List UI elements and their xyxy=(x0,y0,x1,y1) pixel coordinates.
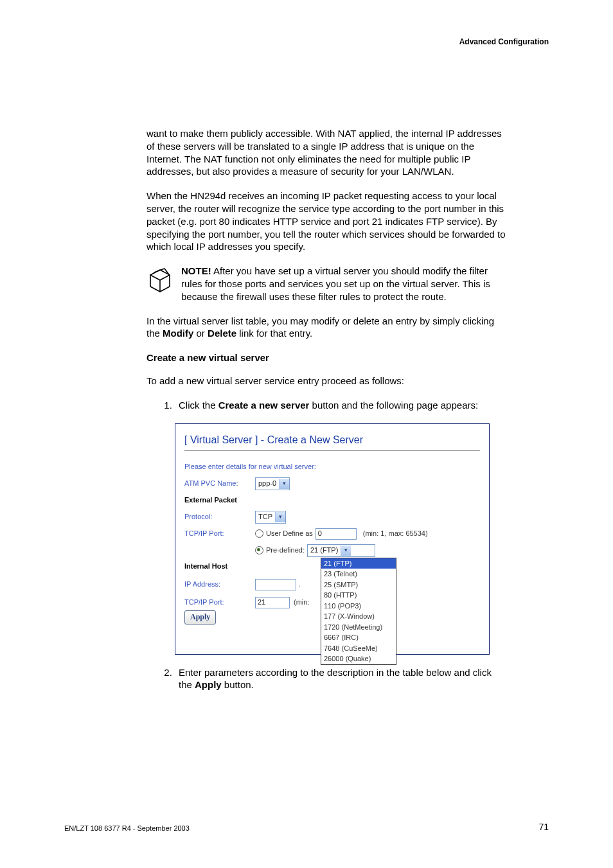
radio-predefined[interactable] xyxy=(255,546,263,554)
dropdown-option[interactable]: 7648 (CuSeeMe) xyxy=(321,643,396,654)
text: or xyxy=(193,328,208,339)
label-ip-address: IP Address: xyxy=(184,580,255,589)
text-bold: Create a new server xyxy=(218,400,310,411)
steps-list: Click the Create a new server button and… xyxy=(147,399,506,412)
paragraph: want to make them publicly accessible. W… xyxy=(147,127,506,178)
paragraph: In the virtual server list table, you ma… xyxy=(147,315,506,341)
select-protocol[interactable]: TCP ▾ xyxy=(255,511,286,524)
label-user-define: User Define as xyxy=(266,529,313,538)
select-value: TCP xyxy=(258,512,272,522)
row-apply: Apply xyxy=(184,609,216,624)
intro-text: Please enter details for new virtual ser… xyxy=(184,460,480,474)
label-tcpip-port: TCP/IP Port: xyxy=(184,598,255,607)
row-ip-address: IP Address: . xyxy=(184,577,309,592)
label-protocol: Protocol: xyxy=(184,512,255,522)
dropdown-option[interactable]: 177 (X-Window) xyxy=(321,611,396,622)
steps-list-cont: Enter parameters according to the descri… xyxy=(147,666,506,692)
lower-wrap: Internal Host IP Address: . TCP/IP Port:… xyxy=(184,559,480,649)
dropdown-option[interactable]: 21 (FTP) xyxy=(321,558,396,569)
dropdown-option[interactable]: 110 (POP3) xyxy=(321,601,396,612)
dropdown-option[interactable]: 23 (Telnet) xyxy=(321,569,396,580)
text: button and the following page appears: xyxy=(309,400,478,411)
input-ip-octet[interactable] xyxy=(255,579,296,590)
predefined-dropdown-open[interactable]: 21 (FTP) 23 (Telnet) 25 (SMTP) 80 (HTTP)… xyxy=(321,558,396,665)
paragraph: To add a new virtual server service entr… xyxy=(147,375,506,387)
heading-internal-host: Internal Host xyxy=(184,559,309,574)
row-protocol: Protocol: TCP ▾ xyxy=(184,510,480,524)
footer-page-number: 71 xyxy=(538,822,549,832)
label-tcpip-port: TCP/IP Port: xyxy=(184,529,255,538)
body-content: want to make them publicly accessible. W… xyxy=(147,127,506,703)
page: Advanced Configuration want to make them… xyxy=(0,0,613,868)
chevron-down-icon: ▾ xyxy=(341,545,351,556)
note-rest: After you have set up a virtual server y… xyxy=(181,265,490,302)
paragraph: When the HN294d receives an incoming IP … xyxy=(147,190,506,253)
header-section: Advanced Configuration xyxy=(459,37,549,46)
dropdown-option[interactable]: 80 (HTTP) xyxy=(321,590,396,601)
select-value: ppp-0 xyxy=(258,479,276,488)
hint-port-range: (min: 1, max: 65534) xyxy=(363,529,428,538)
heading-external-packet: External Packet xyxy=(184,493,480,508)
row-atm-pvc: ATM PVC Name: ppp-0 ▾ xyxy=(184,477,480,491)
dropdown-option[interactable]: 25 (SMTP) xyxy=(321,580,396,590)
text-bold: External Packet xyxy=(184,495,237,505)
chevron-down-icon: ▾ xyxy=(275,512,285,522)
step-1: Click the Create a new server button and… xyxy=(175,399,506,412)
text-bold: Internal Host xyxy=(184,562,255,571)
footer-docid: EN/LZT 108 6377 R4 - September 2003 xyxy=(64,824,190,832)
subheading-create: Create a new virtual server xyxy=(147,351,506,364)
row-tcpip-port-int: TCP/IP Port: 21 (min: xyxy=(184,595,309,610)
text-bold: Modify xyxy=(163,328,193,339)
text: Click the xyxy=(179,400,218,411)
dropdown-option[interactable]: 1720 (NetMeeting) xyxy=(321,622,396,633)
note-label: NOTE! xyxy=(181,265,211,276)
left-column: Internal Host IP Address: . TCP/IP Port:… xyxy=(184,559,309,613)
dropdown-option[interactable]: 26000 (Quake) xyxy=(321,653,396,664)
label-atm-pvc: ATM PVC Name: xyxy=(184,479,255,488)
select-predefined[interactable]: 21 (FTP) ▾ xyxy=(307,544,375,557)
select-atm-pvc[interactable]: ppp-0 ▾ xyxy=(255,477,290,490)
step-2: Enter parameters according to the descri… xyxy=(175,666,506,692)
screenshot-virtual-server: [ Virtual Server ] - Create a New Server… xyxy=(175,423,490,655)
note-text: NOTE! After you have set up a virtual se… xyxy=(181,265,506,303)
dropdown-listbox[interactable]: 21 (FTP) 23 (Telnet) 25 (SMTP) 80 (HTTP)… xyxy=(321,558,396,665)
radio-user-define[interactable] xyxy=(255,529,263,538)
hint-min: (min: xyxy=(294,598,309,607)
screenshot-title: [ Virtual Server ] - Create a New Server xyxy=(184,433,480,447)
ip-dot: . xyxy=(298,580,300,589)
row-tcpip-port-ext: TCP/IP Port: User Define as 0 (min: 1, m… xyxy=(184,527,480,541)
divider xyxy=(184,450,480,451)
text-bold: Apply xyxy=(195,679,222,690)
note-block: NOTE! After you have set up a virtual se… xyxy=(147,265,506,303)
text: button. xyxy=(222,679,254,690)
input-user-define-port[interactable]: 0 xyxy=(315,528,357,540)
text-bold: Delete xyxy=(208,328,236,339)
note-icon xyxy=(147,265,181,303)
text: Please enter details for new virtual ser… xyxy=(184,462,316,472)
select-value: 21 (FTP) xyxy=(310,545,338,555)
label-predefined: Pre-defined: xyxy=(266,545,305,555)
apply-button[interactable]: Apply xyxy=(184,610,216,624)
text: link for that entry. xyxy=(236,328,312,339)
row-predefined: Pre-defined: 21 (FTP) ▾ xyxy=(184,544,480,558)
chevron-down-icon: ▾ xyxy=(279,479,289,489)
dropdown-option[interactable]: 6667 (IRC) xyxy=(321,632,396,643)
input-internal-port[interactable]: 21 xyxy=(255,597,290,608)
